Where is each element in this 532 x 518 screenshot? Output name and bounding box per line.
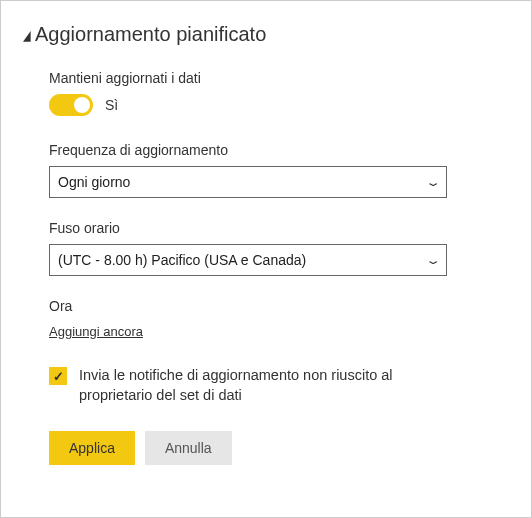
frequency-select[interactable]: Ogni giorno ⌄ xyxy=(49,166,447,198)
keep-updated-label: Mantieni aggiornati i dati xyxy=(49,70,491,86)
cancel-button[interactable]: Annulla xyxy=(145,431,232,465)
notification-checkbox[interactable]: ✓ xyxy=(49,367,67,385)
form-body: Mantieni aggiornati i dati Sì Frequenza … xyxy=(23,70,491,465)
notification-label: Invia le notifiche di aggiornamento non … xyxy=(79,366,459,405)
collapse-caret-icon: ◢ xyxy=(23,28,31,43)
frequency-label: Frequenza di aggiornamento xyxy=(49,142,491,158)
toggle-knob xyxy=(74,97,90,113)
time-label: Ora xyxy=(49,298,491,314)
toggle-state-text: Sì xyxy=(105,97,118,113)
keep-updated-toggle[interactable] xyxy=(49,94,93,116)
keep-updated-row: Sì xyxy=(49,94,491,116)
checkmark-icon: ✓ xyxy=(53,369,64,384)
button-row: Applica Annulla xyxy=(49,431,491,465)
time-group: Ora Aggiungi ancora xyxy=(49,298,491,340)
section-title: Aggiornamento pianificato xyxy=(35,23,266,46)
notification-row: ✓ Invia le notifiche di aggiornamento no… xyxy=(49,366,491,405)
apply-button[interactable]: Applica xyxy=(49,431,135,465)
section-header[interactable]: ◢ Aggiornamento pianificato xyxy=(23,23,491,46)
chevron-down-icon: ⌄ xyxy=(425,254,441,267)
timezone-group: Fuso orario (UTC - 8.00 h) Pacifico (USA… xyxy=(49,220,491,276)
add-more-link[interactable]: Aggiungi ancora xyxy=(49,324,143,339)
frequency-value: Ogni giorno xyxy=(58,174,130,190)
timezone-value: (UTC - 8.00 h) Pacifico (USA e Canada) xyxy=(58,252,306,268)
timezone-select[interactable]: (UTC - 8.00 h) Pacifico (USA e Canada) ⌄ xyxy=(49,244,447,276)
timezone-label: Fuso orario xyxy=(49,220,491,236)
chevron-down-icon: ⌄ xyxy=(425,176,441,189)
frequency-group: Frequenza di aggiornamento Ogni giorno ⌄ xyxy=(49,142,491,198)
